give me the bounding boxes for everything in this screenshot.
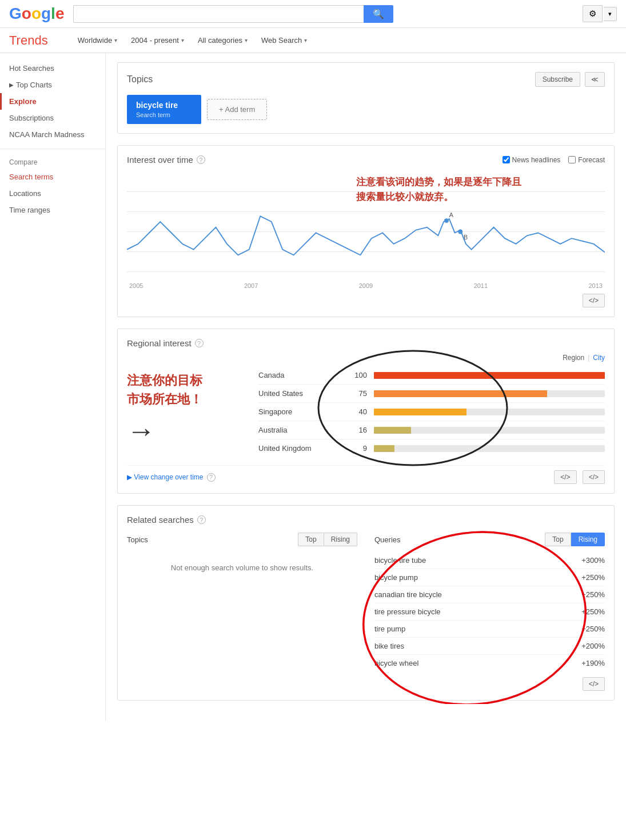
region-bar-sg <box>374 409 466 415</box>
sidebar-item-ncaa[interactable]: NCAA March Madness <box>0 126 105 143</box>
query-row-1: bicycle tire tube +300% <box>374 552 605 569</box>
interest-over-time-title: Interest over time <box>127 155 193 165</box>
query-row-4: tire pressure bicycle +250% <box>374 603 605 621</box>
region-bar-us <box>374 390 547 397</box>
settings-arrow-button[interactable]: ▾ <box>604 7 617 21</box>
sidebar-item-search-terms[interactable]: Search terms <box>0 169 105 185</box>
subscribe-button[interactable]: Subscribe <box>535 72 580 87</box>
topics-section: Topics Subscribe ≪ bicycle tire Search t… <box>117 62 615 134</box>
region-score-sg: 40 <box>350 407 367 416</box>
city-filter-link[interactable]: City <box>593 354 605 362</box>
regional-interest-title: Regional interest <box>127 338 192 348</box>
query-name-4: tire pressure bicycle <box>374 607 441 616</box>
sidebar-item-explore[interactable]: Explore <box>0 93 105 110</box>
region-bar-bg-us <box>374 390 605 397</box>
forecast-checkbox[interactable] <box>568 156 576 163</box>
topics-top-button[interactable]: Top <box>298 533 324 546</box>
search-type-dropdown[interactable]: Web Search ▾ <box>254 33 314 48</box>
news-headlines-checkbox-label[interactable]: News headlines <box>503 156 561 164</box>
topics-header: Topics Subscribe ≪ <box>127 72 605 87</box>
sidebar-item-time-ranges[interactable]: Time ranges <box>0 202 105 218</box>
query-pct-4: +250% <box>581 607 605 616</box>
interest-help-icon[interactable]: ? <box>197 155 205 164</box>
query-name-7: bicycle wheel <box>374 659 418 667</box>
add-term-button[interactable]: + Add term <box>207 99 267 120</box>
search-button[interactable]: 🔍 <box>364 5 393 23</box>
topics-no-data: Not enough search volume to show results… <box>127 552 357 583</box>
search-bar: 🔍 <box>73 5 393 23</box>
main-layout: Hot Searches ▶ Top Charts Explore Subscr… <box>0 53 626 721</box>
search-input[interactable] <box>73 5 364 23</box>
regional-embed-right[interactable]: </> <box>583 470 605 484</box>
regional-interest-section: Regional interest ? 注意你的目标 市场所在地！ → Regi… <box>117 329 615 494</box>
trends-logo: Trends <box>9 33 48 48</box>
view-change-help-icon[interactable]: ? <box>207 473 216 482</box>
region-bar-uk <box>374 445 394 452</box>
related-embed-button[interactable]: </> <box>583 677 605 691</box>
x-label-2009: 2009 <box>359 282 373 289</box>
interest-over-time-section: Interest over time ? News headlines Fore… <box>117 145 615 317</box>
regional-embed-left[interactable]: </> <box>554 470 576 484</box>
related-searches-help-icon[interactable]: ? <box>197 515 206 524</box>
region-row-uk: United Kingdom 9 <box>258 439 605 457</box>
region-bar-bg-uk <box>374 445 605 452</box>
date-dropdown[interactable]: 2004 - present ▾ <box>124 33 191 48</box>
sidebar-item-top-charts[interactable]: ▶ Top Charts <box>0 77 105 93</box>
sidebar-item-hot-searches[interactable]: Hot Searches <box>0 60 105 77</box>
point-A <box>444 218 449 223</box>
chart-line <box>127 216 605 255</box>
region-score-us: 75 <box>350 389 367 398</box>
region-name-uk: United Kingdom <box>258 444 350 453</box>
query-name-5: tire pump <box>374 625 405 633</box>
point-B <box>458 230 462 234</box>
query-row-3: canadian tire bicycle +250% <box>374 586 605 603</box>
arrow-graphic: → <box>127 414 253 447</box>
categories-dropdown[interactable]: All categories ▾ <box>191 33 254 48</box>
region-bar-bg-au <box>374 427 605 434</box>
settings-area: ⚙ ▾ <box>583 5 617 22</box>
region-score-au: 16 <box>350 426 367 434</box>
queries-rising-button[interactable]: Rising <box>571 533 605 546</box>
related-columns: Topics Top Rising Not enough search volu… <box>127 533 605 671</box>
worldwide-dropdown[interactable]: Worldwide ▾ <box>71 33 124 48</box>
topics-title: Topics <box>127 74 153 85</box>
query-name-6: bike tires <box>374 642 404 650</box>
region-row-sg: Singapore 40 <box>258 403 605 421</box>
region-filter-label: Region <box>563 354 584 362</box>
view-change-link[interactable]: ▶ View change over time ? <box>127 473 216 482</box>
regional-help-icon[interactable]: ? <box>195 339 204 347</box>
x-label-2007: 2007 <box>244 282 258 289</box>
settings-button[interactable]: ⚙ <box>583 5 603 22</box>
x-label-2005: 2005 <box>129 282 143 289</box>
forecast-checkbox-label[interactable]: Forecast <box>568 156 605 164</box>
region-score-canada: 100 <box>350 371 367 379</box>
region-row-au: Australia 16 <box>258 421 605 439</box>
topics-rising-button[interactable]: Rising <box>324 533 357 546</box>
region-score-uk: 9 <box>350 444 367 453</box>
chip-label: bicycle tire <box>136 101 192 110</box>
queries-column: Queries Top Rising bicycle tire tube +30… <box>374 533 605 671</box>
label-B: B <box>464 234 468 241</box>
topics-actions: Subscribe ≪ <box>535 72 605 87</box>
query-row-5: tire pump +250% <box>374 621 605 638</box>
region-bar-bg-canada <box>374 372 605 379</box>
sidebar: Hot Searches ▶ Top Charts Explore Subscr… <box>0 53 106 721</box>
embed-button[interactable]: </> <box>583 294 605 307</box>
x-label-2011: 2011 <box>474 282 488 289</box>
topics-column: Topics Top Rising Not enough search volu… <box>127 533 357 671</box>
region-name-au: Australia <box>258 426 350 434</box>
query-name-2: bicycle pump <box>374 573 418 582</box>
news-headlines-checkbox[interactable] <box>503 156 510 163</box>
queries-top-button[interactable]: Top <box>545 533 571 546</box>
page-header: Google 🔍 ⚙ ▾ <box>0 0 626 28</box>
regional-annotation: 注意你的目标 市场所在地！ → <box>127 354 258 447</box>
google-logo: Google <box>9 5 64 23</box>
sidebar-item-subscriptions[interactable]: Subscriptions <box>0 110 105 126</box>
region-name-sg: Singapore <box>258 407 350 416</box>
compare-label: Compare <box>0 155 105 169</box>
related-searches-section: Related searches ? Topics Top Rising Not… <box>117 505 615 701</box>
share-button[interactable]: ≪ <box>585 72 605 87</box>
x-label-2013: 2013 <box>589 282 603 289</box>
sidebar-item-locations[interactable]: Locations <box>0 185 105 202</box>
search-chip-bicycle-tire[interactable]: bicycle tire Search term <box>127 95 201 124</box>
